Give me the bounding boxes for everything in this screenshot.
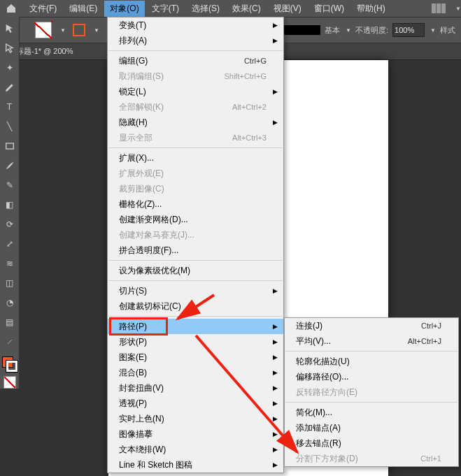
eyedropper-tool-icon[interactable]: ⟋: [2, 334, 17, 349]
menu-select[interactable]: 选择(S): [186, 1, 225, 17]
menu-separator: [108, 280, 283, 281]
pencil-tool-icon[interactable]: ✎: [2, 178, 17, 193]
menu-item-label: 锁定(L): [119, 86, 146, 98]
object-menu-item[interactable]: 隐藏(H)▶: [108, 115, 283, 130]
eraser-tool-icon[interactable]: ◧: [2, 197, 17, 212]
menu-item-label: 切片(S): [119, 285, 147, 297]
object-menu-item: 全部解锁(K)Alt+Ctrl+2: [108, 99, 283, 115]
shape-builder-tool-icon[interactable]: ◔: [2, 295, 17, 310]
type-tool-icon[interactable]: T: [2, 99, 17, 115]
object-menu-item[interactable]: 锁定(L)▶: [108, 84, 283, 99]
path-submenu-item[interactable]: 轮廓化描边(U): [285, 354, 458, 369]
object-menu-item[interactable]: 栅格化(Z)...: [108, 196, 283, 212]
path-submenu-item[interactable]: 简化(M)...: [285, 405, 458, 420]
chevron-down-icon[interactable]: ▼: [430, 27, 436, 34]
object-menu-item[interactable]: 变换(T)▶: [108, 17, 283, 33]
chevron-down-icon[interactable]: ▼: [94, 27, 99, 34]
path-submenu-item[interactable]: 偏移路径(O)...: [285, 369, 458, 384]
stroke-style-preview[interactable]: [278, 25, 320, 35]
fill-swatch[interactable]: [35, 22, 52, 38]
submenu-arrow-icon: ▶: [273, 384, 278, 391]
menu-shortcut: Shift+Ctrl+G: [224, 72, 267, 80]
menu-item-label: 平均(V)...: [296, 336, 331, 347]
menu-item-label: 混合(B): [119, 367, 147, 379]
menu-help[interactable]: 帮助(H): [351, 1, 391, 17]
menu-shortcut: Ctrl+J: [421, 322, 441, 330]
menubar: 文件(F) 编辑(E) 对象(O) 文字(T) 选择(S) 效果(C) 视图(V…: [0, 0, 461, 17]
object-menu-item[interactable]: 设为像素级优化(M): [108, 263, 283, 278]
direct-select-tool-icon[interactable]: [2, 41, 17, 56]
object-menu-item: 扩展外观(E): [108, 166, 283, 181]
object-menu-item: 取消编组(S)Shift+Ctrl+G: [108, 68, 283, 84]
free-transform-tool-icon[interactable]: ◫: [2, 275, 17, 291]
object-menu-item[interactable]: 图像描摹▶: [108, 426, 283, 442]
object-menu-item[interactable]: 封套扭曲(V)▶: [108, 380, 283, 396]
menu-object[interactable]: 对象(O): [104, 1, 144, 17]
submenu-arrow-icon: ▶: [273, 88, 278, 95]
menu-separator: [108, 316, 283, 317]
home-icon[interactable]: [6, 3, 17, 14]
selection-tool-icon[interactable]: [2, 21, 17, 36]
menu-item-label: 扩展(X)...: [119, 152, 154, 164]
object-menu-item[interactable]: Line 和 Sketch 图稿▶: [108, 457, 283, 473]
toolbox: ✦ T ╲ ✎ ◧ ⟳ ⤢ ≋ ◫ ◔ ▤ ⟋: [0, 17, 20, 389]
workspace-switcher-icon[interactable]: [432, 3, 446, 13]
path-submenu-item[interactable]: 移去锚点(R): [285, 435, 458, 451]
gradient-tool-icon[interactable]: ▤: [2, 315, 17, 330]
magic-wand-tool-icon[interactable]: ✦: [2, 60, 17, 75]
path-submenu-item[interactable]: 平均(V)...Alt+Ctrl+J: [285, 333, 458, 349]
object-menu-item[interactable]: 创建渐变网格(D)...: [108, 212, 283, 227]
menu-item-label: 排列(A): [119, 35, 147, 47]
menu-file[interactable]: 文件(F): [24, 1, 62, 17]
object-menu-item[interactable]: 图案(E)▶: [108, 349, 283, 365]
path-submenu-item[interactable]: 连接(J)Ctrl+J: [285, 318, 458, 333]
scale-tool-icon[interactable]: ⤢: [2, 236, 17, 252]
chevron-down-icon[interactable]: ▼: [346, 27, 351, 34]
menu-separator: [285, 351, 458, 352]
menu-shortcut: Alt+Ctrl+J: [408, 337, 441, 345]
menu-edit[interactable]: 编辑(E): [64, 1, 103, 17]
opacity-input[interactable]: [392, 23, 425, 37]
object-menu-dropdown: 变换(T)▶排列(A)▶编组(G)Ctrl+G取消编组(S)Shift+Ctrl…: [107, 17, 284, 473]
svg-rect-0: [6, 143, 13, 149]
menu-item-label: Line 和 Sketch 图稿: [119, 459, 192, 471]
submenu-arrow-icon: ▶: [273, 369, 278, 376]
menu-item-label: 轮廓化描边(U): [296, 356, 350, 368]
submenu-arrow-icon: ▶: [273, 415, 278, 422]
object-menu-item[interactable]: 透视(P)▶: [108, 396, 283, 411]
menu-separator: [108, 50, 283, 51]
stroke-swatch[interactable]: [73, 24, 85, 36]
pen-tool-icon[interactable]: [2, 80, 17, 95]
menu-window[interactable]: 窗口(W): [308, 1, 350, 17]
object-menu-item[interactable]: 实时上色(N)▶: [108, 411, 283, 426]
object-menu-item[interactable]: 编组(G)Ctrl+G: [108, 53, 283, 68]
rotate-tool-icon[interactable]: ⟳: [2, 217, 17, 232]
object-menu-item: 裁剪图像(C): [108, 181, 283, 196]
menu-separator: [108, 147, 283, 148]
object-menu-item[interactable]: 切片(S)▶: [108, 283, 283, 298]
object-menu-item[interactable]: 拼合透明度(F)...: [108, 243, 283, 258]
object-menu-item[interactable]: 形状(P)▶: [108, 334, 283, 349]
menu-effect[interactable]: 效果(C): [227, 1, 267, 17]
path-submenu-item[interactable]: 添加锚点(A): [285, 420, 458, 435]
menu-item-label: 封套扭曲(V): [119, 382, 164, 394]
color-swatches[interactable]: [2, 356, 17, 372]
object-menu-item[interactable]: 排列(A)▶: [108, 33, 283, 48]
rectangle-tool-icon[interactable]: [2, 138, 17, 154]
object-menu-item[interactable]: 扩展(X)...: [108, 150, 283, 166]
menu-item-label: 裁剪图像(C): [119, 183, 164, 195]
object-menu-item[interactable]: 路径(P)▶: [108, 319, 283, 334]
object-menu-item: 显示全部Alt+Ctrl+3: [108, 130, 283, 145]
none-swatch-icon[interactable]: [3, 376, 16, 389]
menu-item-label: 创建裁切标记(C): [119, 301, 181, 312]
menu-view[interactable]: 视图(V): [268, 1, 307, 17]
chevron-down-icon[interactable]: ▼: [60, 27, 66, 34]
menu-shortcut: Alt+Ctrl+3: [232, 134, 267, 142]
line-tool-icon[interactable]: ╲: [2, 119, 17, 134]
menu-type[interactable]: 文字(T): [146, 1, 185, 17]
object-menu-item[interactable]: 混合(B)▶: [108, 365, 283, 380]
width-tool-icon[interactable]: ≋: [2, 256, 17, 271]
object-menu-item[interactable]: 创建裁切标记(C): [108, 298, 283, 314]
object-menu-item[interactable]: 文本绕排(W)▶: [108, 442, 283, 457]
brush-tool-icon[interactable]: [2, 158, 17, 173]
